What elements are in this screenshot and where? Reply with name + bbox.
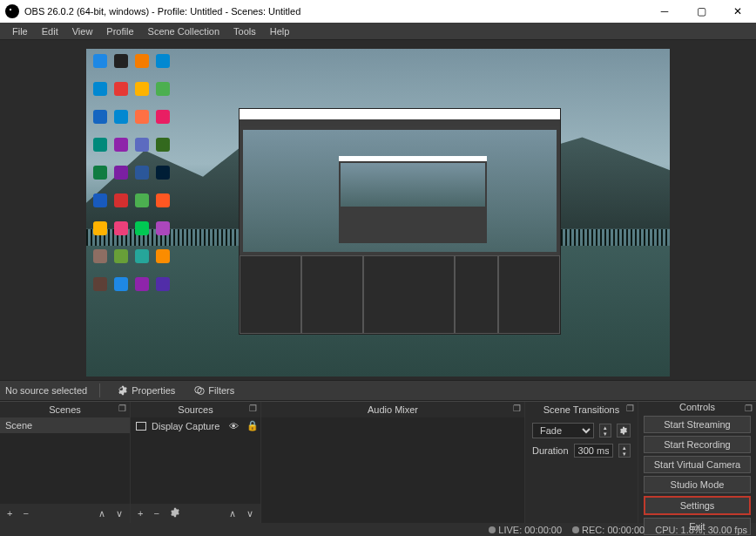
desktop-icon <box>93 277 107 291</box>
desktop-icon <box>135 277 149 291</box>
desktop-icon <box>156 82 170 96</box>
sources-title: Sources <box>178 404 213 415</box>
remove-scene-button[interactable]: − <box>19 508 31 519</box>
duration-input[interactable] <box>574 444 613 458</box>
scene-down-button[interactable]: ∨ <box>112 508 126 519</box>
desktop-icon <box>93 110 107 124</box>
popout-icon[interactable]: ❐ <box>118 404 126 413</box>
desktop-icon <box>156 221 170 235</box>
studio-mode-button[interactable]: Studio Mode <box>644 476 751 493</box>
live-dot-icon <box>489 526 496 533</box>
scenes-panel: Scenes ❐ Scene + − ∧ ∨ <box>0 402 131 523</box>
popout-icon[interactable]: ❐ <box>513 404 521 413</box>
transition-settings-button[interactable] <box>617 424 631 438</box>
desktop-icon <box>93 82 107 96</box>
rec-dot-icon <box>572 526 579 533</box>
desktop-icon <box>114 138 128 152</box>
duration-spin[interactable]: ▴▾ <box>618 444 631 458</box>
audio-mixer-title: Audio Mixer <box>368 404 418 415</box>
desktop-icon <box>114 166 128 180</box>
audio-mixer-panel: Audio Mixer ❐ <box>261 402 525 523</box>
desktop-icon <box>114 54 128 68</box>
close-button[interactable]: ✕ <box>719 0 756 23</box>
maximize-button[interactable]: ▢ <box>683 0 719 23</box>
start-streaming-button[interactable]: Start Streaming <box>644 416 751 433</box>
menu-edit[interactable]: Edit <box>35 24 65 38</box>
properties-button[interactable]: Properties <box>112 383 180 397</box>
lock-icon[interactable]: 🔒 <box>246 420 255 431</box>
source-up-button[interactable]: ∧ <box>226 508 240 519</box>
desktop-icon <box>93 221 107 235</box>
desktop-icon <box>135 110 149 124</box>
source-properties-button[interactable] <box>166 507 184 519</box>
desktop-icon <box>114 221 128 235</box>
desktop-icon <box>156 277 170 291</box>
desktop-icon <box>156 193 170 207</box>
status-rec: REC: 00:00:00 <box>572 525 645 535</box>
transitions-title: Scene Transitions <box>543 404 619 415</box>
popout-icon[interactable]: ❐ <box>626 404 634 413</box>
no-source-label: No source selected <box>5 385 87 396</box>
scene-up-button[interactable]: ∧ <box>95 508 109 519</box>
desktop-icon <box>93 249 107 263</box>
menu-profile[interactable]: Profile <box>99 24 140 38</box>
filter-icon <box>194 385 205 396</box>
popout-icon[interactable]: ❐ <box>249 404 257 413</box>
remove-source-button[interactable]: − <box>150 508 162 519</box>
desktop-icons <box>93 54 172 296</box>
desktop-icon <box>114 249 128 263</box>
nested-obs-window <box>239 108 561 335</box>
source-down-button[interactable]: ∨ <box>243 508 257 519</box>
desktop-icon <box>114 277 128 291</box>
scenes-title: Scenes <box>49 404 81 415</box>
dock-panels: Scenes ❐ Scene + − ∧ ∨ Sources ❐ Display… <box>0 401 756 523</box>
desktop-icon <box>135 193 149 207</box>
add-source-button[interactable]: + <box>134 508 146 519</box>
eye-icon[interactable]: 👁 <box>229 421 241 431</box>
menu-tools[interactable]: Tools <box>226 24 263 38</box>
desktop-icon <box>93 193 107 207</box>
desktop-icon <box>135 138 149 152</box>
controls-panel: Controls ❐ Start Streaming Start Recordi… <box>638 402 756 523</box>
transition-spin[interactable]: ▴▾ <box>599 424 611 438</box>
desktop-icon <box>156 54 170 68</box>
menu-scene-collection[interactable]: Scene Collection <box>141 24 227 38</box>
monitor-icon <box>136 422 146 431</box>
desktop-icon <box>135 249 149 263</box>
menu-file[interactable]: File <box>5 24 35 38</box>
statusbar: LIVE: 00:00:00 REC: 00:00:00 CPU: 1.8%, … <box>0 523 756 536</box>
add-scene-button[interactable]: + <box>3 508 16 519</box>
source-toolbar: No source selected Properties Filters <box>0 380 756 401</box>
desktop-icon <box>135 166 149 180</box>
titlebar: OBS 26.0.2 (64-bit, windows) - Profile: … <box>0 0 756 23</box>
transitions-panel: Scene Transitions ❐ Fade ▴▾ Duration ▴▾ <box>525 402 638 523</box>
sources-panel: Sources ❐ Display Capture 👁 🔒 + − ∧ ∨ <box>131 402 261 523</box>
minimize-button[interactable]: ─ <box>646 0 683 23</box>
status-cpu: CPU: 1.8%, 30.00 fps <box>655 525 747 535</box>
settings-button[interactable]: Settings <box>644 496 751 515</box>
start-recording-button[interactable]: Start Recording <box>644 436 751 453</box>
transition-select[interactable]: Fade <box>532 423 594 438</box>
menu-view[interactable]: View <box>65 24 100 38</box>
preview-area[interactable] <box>0 40 756 380</box>
desktop-icon <box>156 166 170 180</box>
desktop-icon <box>93 166 107 180</box>
desktop-icon <box>114 193 128 207</box>
scene-item[interactable]: Scene <box>0 417 130 433</box>
status-live: LIVE: 00:00:00 <box>489 525 562 535</box>
desktop-icon <box>156 138 170 152</box>
popout-icon[interactable]: ❐ <box>745 404 753 413</box>
desktop-icon <box>93 54 107 68</box>
filters-button[interactable]: Filters <box>189 383 240 397</box>
source-item[interactable]: Display Capture 👁 🔒 <box>131 417 260 434</box>
menu-help[interactable]: Help <box>263 24 297 38</box>
window-title: OBS 26.0.2 (64-bit, windows) - Profile: … <box>24 6 646 17</box>
desktop-icon <box>135 82 149 96</box>
preview-canvas <box>86 49 670 377</box>
start-virtual-camera-button[interactable]: Start Virtual Camera <box>644 456 751 473</box>
controls-title: Controls <box>679 402 715 412</box>
desktop-icon <box>114 110 128 124</box>
duration-label: Duration <box>532 445 569 456</box>
desktop-icon <box>156 110 170 124</box>
obs-logo-icon <box>5 4 19 18</box>
